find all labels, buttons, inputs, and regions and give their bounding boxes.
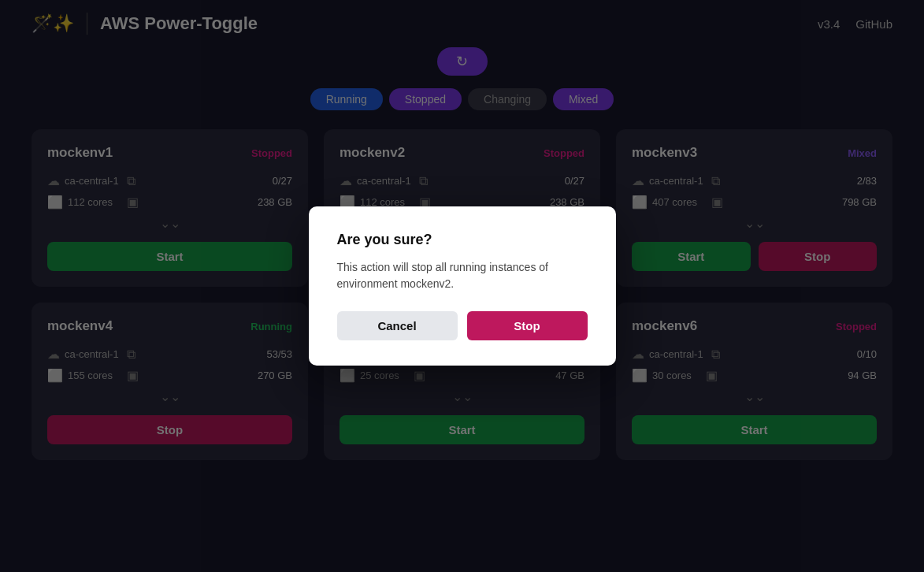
modal-dialog: Are you sure? This action will stop all …: [309, 206, 616, 366]
modal-stop-button[interactable]: Stop: [467, 311, 588, 340]
modal-title: Are you sure?: [337, 232, 588, 248]
modal-actions: Cancel Stop: [337, 311, 588, 340]
modal-cancel-button[interactable]: Cancel: [337, 311, 458, 340]
modal-body: This action will stop all running instan…: [337, 259, 588, 292]
modal-overlay: Are you sure? This action will stop all …: [0, 0, 924, 572]
